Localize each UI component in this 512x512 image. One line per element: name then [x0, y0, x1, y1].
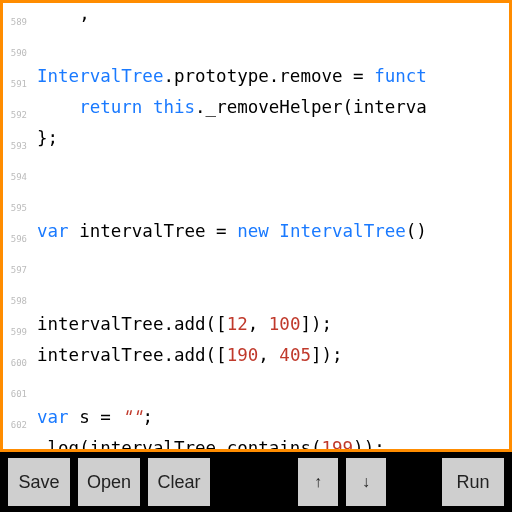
line-code[interactable]: ,: [31, 3, 90, 34]
line-number: 591: [3, 65, 31, 96]
code-line[interactable]: 598: [3, 282, 509, 313]
line-number: 594: [3, 158, 31, 189]
line-number: 590: [3, 34, 31, 65]
line-code[interactable]: [31, 189, 48, 220]
line-code[interactable]: [31, 375, 48, 406]
save-button[interactable]: Save: [8, 458, 70, 506]
line-code[interactable]: [31, 251, 48, 282]
line-number: 596: [3, 220, 31, 251]
line-number: 601: [3, 375, 31, 406]
code-line[interactable]: 597: [3, 251, 509, 282]
line-code[interactable]: var intervalTree = new IntervalTree(): [31, 220, 427, 251]
move-down-button[interactable]: ↓: [346, 458, 386, 506]
line-number: 598: [3, 282, 31, 313]
line-code[interactable]: _log(intervalTree.contains(199));: [31, 437, 385, 452]
line-code[interactable]: return this._removeHelper(interva: [31, 96, 427, 127]
code-line[interactable]: 600intervalTree.add([190, 405]);: [3, 344, 509, 375]
run-button[interactable]: Run: [442, 458, 504, 506]
code-line[interactable]: 592 return this._removeHelper(interva: [3, 96, 509, 127]
line-number: 603: [3, 437, 31, 452]
line-code[interactable]: IntervalTree.prototype.remove = funct: [31, 65, 427, 96]
code-line[interactable]: 594: [3, 158, 509, 189]
code-editor[interactable]: 589 ,590 591IntervalTree.prototype.remov…: [0, 0, 512, 452]
line-number: 595: [3, 189, 31, 220]
line-code[interactable]: [31, 158, 48, 189]
move-up-button[interactable]: ↑: [298, 458, 338, 506]
line-code[interactable]: intervalTree.add([12, 100]);: [31, 313, 332, 344]
line-number: 597: [3, 251, 31, 282]
line-code[interactable]: var s = "";: [31, 406, 153, 437]
code-line[interactable]: 590: [3, 34, 509, 65]
code-line[interactable]: 593};: [3, 127, 509, 158]
line-number: 593: [3, 127, 31, 158]
code-line[interactable]: 602var s = "";: [3, 406, 509, 437]
line-code[interactable]: [31, 34, 48, 65]
line-number: 602: [3, 406, 31, 437]
code-line[interactable]: 596var intervalTree = new IntervalTree(): [3, 220, 509, 251]
code-line[interactable]: 589 ,: [3, 3, 509, 34]
line-number: 589: [3, 3, 31, 34]
code-area[interactable]: 589 ,590 591IntervalTree.prototype.remov…: [3, 3, 509, 452]
line-code[interactable]: [31, 282, 48, 313]
open-button[interactable]: Open: [78, 458, 140, 506]
line-number: 592: [3, 96, 31, 127]
line-number: 600: [3, 344, 31, 375]
line-code[interactable]: intervalTree.add([190, 405]);: [31, 344, 343, 375]
code-line[interactable]: 595: [3, 189, 509, 220]
clear-button[interactable]: Clear: [148, 458, 210, 506]
code-line[interactable]: 599intervalTree.add([12, 100]);: [3, 313, 509, 344]
code-line[interactable]: 591IntervalTree.prototype.remove = funct: [3, 65, 509, 96]
code-line[interactable]: 601: [3, 375, 509, 406]
line-code[interactable]: };: [31, 127, 58, 158]
code-line[interactable]: 603_log(intervalTree.contains(199));: [3, 437, 509, 452]
toolbar: Save Open Clear ↑ ↓ Run: [0, 452, 512, 512]
line-number: 599: [3, 313, 31, 344]
